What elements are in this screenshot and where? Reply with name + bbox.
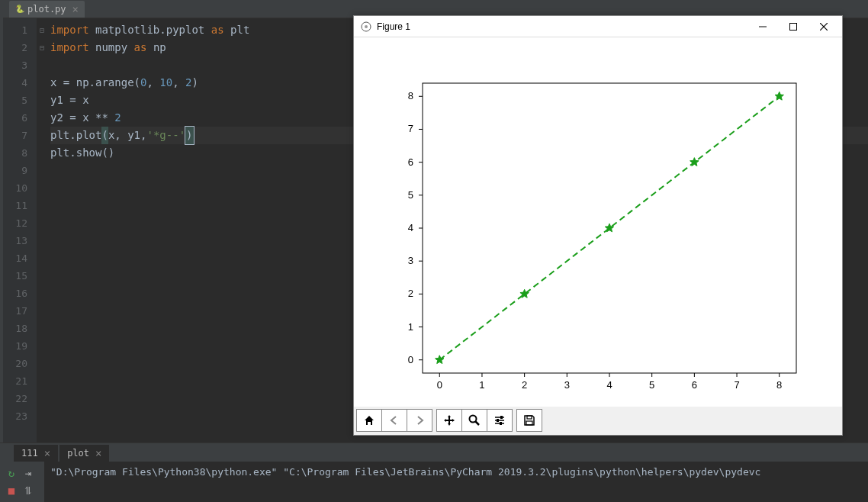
bottom-panel: 111 × plot × ↻ ⇥ ■ ⥮ "D:\Program Files\P… — [0, 442, 868, 502]
figure-window: Figure 1 012345678012345678 — [353, 15, 843, 436]
stop-icon[interactable]: ■ — [5, 484, 18, 497]
bottom-tab-label: 111 — [21, 448, 38, 459]
close-icon — [820, 23, 828, 31]
svg-text:4: 4 — [606, 379, 612, 391]
bottom-tab-plot[interactable]: plot × — [59, 445, 109, 462]
svg-text:0: 0 — [437, 379, 442, 391]
rerun-icon[interactable]: ↻ — [5, 466, 18, 480]
svg-rect-52 — [527, 416, 532, 419]
minimize-icon — [759, 23, 767, 31]
svg-line-44 — [476, 422, 480, 426]
home-button[interactable] — [356, 409, 382, 432]
maximize-button[interactable] — [778, 17, 809, 37]
pan-icon — [442, 414, 456, 427]
run-toolbar: ↻ ⇥ ■ ⥮ — [0, 462, 44, 502]
layout-icon[interactable]: ⥮ — [21, 484, 35, 497]
save-icon — [522, 414, 536, 427]
save-button[interactable] — [516, 409, 542, 432]
close-tab-icon[interactable]: × — [95, 447, 101, 459]
console-output[interactable]: "D:\Program Files\Python38\python.exe" "… — [44, 462, 868, 502]
svg-text:3: 3 — [564, 379, 570, 391]
svg-text:4: 4 — [408, 222, 413, 233]
svg-text:5: 5 — [649, 379, 654, 391]
svg-text:0: 0 — [408, 354, 413, 365]
svg-text:6: 6 — [408, 156, 413, 168]
figure-toolbar — [354, 407, 842, 434]
svg-rect-3 — [790, 23, 797, 30]
matplotlib-icon — [360, 21, 372, 33]
configure-button[interactable] — [487, 409, 513, 432]
svg-text:1: 1 — [479, 379, 484, 391]
pan-button[interactable] — [436, 409, 462, 432]
svg-text:8: 8 — [408, 90, 413, 101]
svg-text:8: 8 — [776, 379, 782, 391]
back-button[interactable] — [381, 409, 407, 432]
editor-tab-filename: plot.py — [27, 4, 66, 14]
svg-rect-48 — [497, 419, 499, 422]
svg-point-43 — [470, 416, 477, 423]
svg-text:1: 1 — [408, 321, 413, 333]
svg-rect-50 — [500, 422, 502, 425]
left-rail — [0, 0, 3, 442]
svg-text:7: 7 — [734, 379, 739, 391]
svg-text:6: 6 — [692, 379, 697, 391]
forward-button[interactable] — [407, 409, 432, 432]
svg-text:2: 2 — [408, 288, 413, 299]
close-tab-icon[interactable]: × — [44, 447, 50, 459]
python-file-icon: 🐍 — [15, 5, 24, 13]
svg-text:7: 7 — [408, 123, 413, 134]
forward-arrow-icon — [413, 414, 426, 427]
figure-titlebar[interactable]: Figure 1 — [354, 16, 842, 37]
svg-point-1 — [365, 25, 368, 28]
configure-icon — [493, 414, 506, 427]
svg-text:5: 5 — [408, 189, 413, 201]
close-tab-icon[interactable]: × — [72, 3, 79, 15]
zoom-button[interactable] — [461, 409, 487, 432]
bottom-tab-bar: 111 × plot × — [0, 443, 868, 462]
maximize-icon — [789, 23, 797, 31]
svg-rect-46 — [500, 416, 503, 419]
minimize-button[interactable] — [747, 17, 778, 37]
svg-text:2: 2 — [522, 379, 527, 391]
figure-title: Figure 1 — [377, 21, 747, 32]
editor-tab-plot-py[interactable]: 🐍 plot.py × — [9, 1, 85, 18]
svg-text:3: 3 — [408, 255, 413, 266]
bottom-tab-label: plot — [67, 448, 89, 459]
bottom-content: ↻ ⇥ ■ ⥮ "D:\Program Files\Python38\pytho… — [0, 462, 868, 502]
plot-area: 012345678012345678 — [354, 37, 842, 407]
plot-svg: 012345678012345678 — [354, 37, 842, 407]
back-arrow-icon — [387, 414, 401, 427]
bottom-tab-111[interactable]: 111 × — [14, 445, 58, 462]
close-button[interactable] — [809, 17, 839, 37]
gutter: 1234567891011121314151617181920212223 — [0, 18, 37, 442]
zoom-icon — [468, 414, 481, 427]
toggle-wrap-icon[interactable]: ⇥ — [21, 466, 35, 480]
home-icon — [362, 414, 376, 427]
